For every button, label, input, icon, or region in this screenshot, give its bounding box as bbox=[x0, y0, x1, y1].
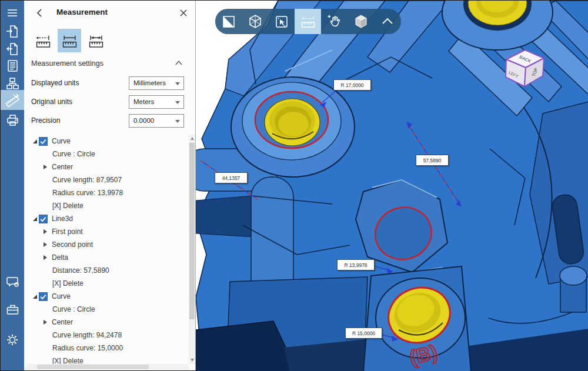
import-file-icon bbox=[5, 24, 19, 39]
wireframe-cube-icon bbox=[248, 14, 263, 29]
sidebar-item-toolbox[interactable] bbox=[1, 299, 24, 319]
pan-button[interactable] bbox=[321, 9, 348, 34]
tree-item[interactable]: Center bbox=[31, 316, 188, 329]
displayed-units-label: Displayed units bbox=[31, 79, 79, 87]
tree-node[interactable]: Curve bbox=[31, 290, 188, 303]
scroll-up-icon[interactable] bbox=[191, 137, 194, 140]
tree-item[interactable]: Radius curve: 15,0000 bbox=[31, 342, 188, 355]
measurement-value-label: R 15,0000 bbox=[345, 327, 382, 339]
mode-span-measure-button[interactable] bbox=[84, 29, 108, 52]
measure-length-icon bbox=[62, 34, 77, 48]
print-icon bbox=[6, 113, 19, 127]
collapsed-triangle-icon[interactable] bbox=[44, 255, 47, 260]
tree-delete-action[interactable]: [X] Delete bbox=[31, 277, 188, 290]
tree-item-label: Radius curve: 13,9978 bbox=[31, 189, 123, 197]
wireframe-view-button[interactable] bbox=[242, 9, 268, 34]
tree-item[interactable]: Delta bbox=[31, 251, 188, 264]
checkbox-checked[interactable] bbox=[39, 137, 48, 146]
collapsed-triangle-icon[interactable] bbox=[44, 165, 47, 169]
mode-length-measure-button[interactable] bbox=[58, 29, 81, 52]
tree-item[interactable]: Curve : Circle bbox=[31, 303, 188, 316]
pan-hand-icon bbox=[327, 14, 342, 29]
measurement-value-label: 44,1357 bbox=[215, 172, 248, 183]
sidebar-item-print[interactable] bbox=[1, 110, 24, 130]
collapsed-triangle-icon[interactable] bbox=[44, 229, 47, 234]
tree-item[interactable]: Curve length: 87,9507 bbox=[31, 173, 188, 186]
application-window: Measurement bbox=[0, 0, 588, 371]
measurement-value-label: R 17,0000 bbox=[333, 79, 371, 91]
tree-delete-action[interactable]: [X] Delete bbox=[31, 355, 188, 364]
horizontal-scroll-thumb[interactable] bbox=[37, 365, 149, 369]
toolbox-icon bbox=[6, 303, 19, 316]
tree-item-label: Delta bbox=[52, 253, 68, 262]
expanded-triangle-icon[interactable] bbox=[33, 217, 37, 221]
chevron-up-icon[interactable] bbox=[175, 60, 183, 66]
measure-tool-icon bbox=[300, 15, 316, 29]
setting-row-displayed-units: Displayed units Millimeters bbox=[31, 76, 189, 90]
panel-title: Measurement bbox=[56, 8, 108, 16]
tree-item[interactable]: Second point bbox=[31, 238, 188, 251]
vertical-scrollbar[interactable] bbox=[189, 135, 195, 364]
collapsed-triangle-icon[interactable] bbox=[44, 320, 47, 325]
model-tree-icon bbox=[6, 77, 19, 90]
displayed-units-value: Millimeters bbox=[133, 79, 166, 86]
expanded-triangle-icon[interactable] bbox=[33, 139, 37, 143]
tree-item[interactable]: Curve : Circle bbox=[31, 148, 188, 161]
precision-label: Precision bbox=[31, 116, 60, 125]
chevron-down-icon bbox=[175, 120, 180, 123]
setting-row-precision: Precision 0.0000 bbox=[31, 114, 189, 128]
top-hole[interactable] bbox=[231, 77, 355, 177]
tree-item-label: Curve bbox=[52, 292, 71, 300]
sidebar-item-report[interactable] bbox=[1, 56, 24, 76]
sidebar-item-feedback[interactable] bbox=[1, 271, 24, 291]
3d-viewport[interactable]: (B) BACK bbox=[196, 1, 588, 371]
original-units-select[interactable]: Meters bbox=[129, 95, 184, 109]
back-icon[interactable] bbox=[35, 8, 45, 18]
horizontal-scrollbar[interactable] bbox=[26, 364, 189, 370]
mode-point-measure-button[interactable] bbox=[31, 29, 55, 52]
tree-item[interactable]: Radius curve: 13,9978 bbox=[31, 186, 188, 199]
tree-item-label: Center bbox=[52, 163, 73, 171]
scroll-down-icon[interactable] bbox=[191, 359, 194, 362]
settings-icon bbox=[5, 333, 19, 347]
solid-cube-icon bbox=[353, 14, 369, 29]
viewport-toolbar bbox=[215, 9, 401, 34]
tree-item-label: First point bbox=[52, 228, 83, 236]
measurement-panel: Measurement bbox=[24, 1, 196, 370]
settings-section-header[interactable]: Measurement settings bbox=[31, 59, 189, 68]
bottom-hole[interactable]: (B) bbox=[363, 266, 471, 371]
pick-select-button[interactable] bbox=[268, 9, 295, 34]
precision-select[interactable]: 0.0000 bbox=[129, 114, 184, 128]
close-icon[interactable] bbox=[178, 8, 189, 18]
tree-node[interactable]: Curve bbox=[31, 135, 188, 148]
report-icon bbox=[6, 59, 19, 73]
displayed-units-select[interactable]: Millimeters bbox=[129, 76, 184, 90]
collapse-toolbar-button[interactable] bbox=[374, 9, 400, 34]
tree-item[interactable]: Center bbox=[31, 161, 188, 173]
checkbox-checked[interactable] bbox=[39, 215, 48, 223]
section-view-button[interactable] bbox=[215, 9, 242, 34]
tree-node[interactable]: Line3d bbox=[31, 212, 188, 225]
expanded-triangle-icon[interactable] bbox=[33, 295, 37, 299]
measurement-value-label: 57,5890 bbox=[416, 155, 449, 166]
cad-model[interactable]: (B) BACK bbox=[196, 1, 588, 371]
original-units-label: Original units bbox=[31, 98, 72, 106]
tree-item[interactable]: Curve length: 94,2478 bbox=[31, 329, 188, 342]
sidebar-item-import[interactable] bbox=[1, 22, 24, 42]
measure-tool-button[interactable] bbox=[295, 9, 321, 34]
vertical-scroll-thumb[interactable] bbox=[189, 143, 195, 319]
menu-button[interactable] bbox=[1, 3, 24, 23]
tree-item-label: [X] Delete bbox=[31, 279, 83, 288]
tree-item-label: Second point bbox=[52, 240, 93, 249]
checkbox-checked[interactable] bbox=[39, 292, 48, 301]
panel-header: Measurement bbox=[24, 5, 195, 22]
measure-point-icon bbox=[36, 34, 51, 48]
collapsed-triangle-icon[interactable] bbox=[44, 242, 47, 247]
tree-item[interactable]: Distance: 57,5890 bbox=[31, 264, 188, 277]
tree-item[interactable]: First point bbox=[31, 225, 188, 238]
sidebar-item-measurement[interactable] bbox=[1, 90, 24, 110]
tree-delete-action[interactable]: [X] Delete bbox=[31, 199, 188, 212]
tree-item-label: Curve : Circle bbox=[31, 150, 95, 158]
sidebar-item-settings[interactable] bbox=[1, 330, 24, 350]
solid-view-button[interactable] bbox=[348, 9, 374, 34]
